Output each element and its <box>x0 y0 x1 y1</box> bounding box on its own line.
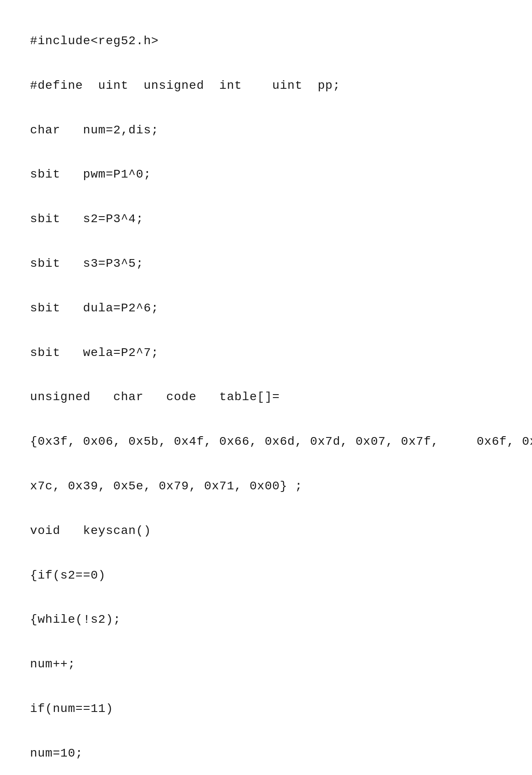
code-line: sbit s3=P3^5; <box>30 253 502 275</box>
code-line: sbit pwm=P1^0; <box>30 163 502 186</box>
code-line <box>30 720 502 742</box>
code-line: void keyscan() <box>30 520 502 542</box>
code-line: num++; <box>30 653 502 675</box>
code-line: {if(s2==0) <box>30 564 502 587</box>
code-container: #include<reg52.h> #define uint unsigned … <box>21 17 511 775</box>
code-line <box>30 675 502 698</box>
code-line <box>30 408 502 431</box>
code-line: char num=2,dis; <box>30 119 502 142</box>
code-line <box>30 275 502 297</box>
code-line: num=10; <box>30 742 502 765</box>
code-line: {0x3f, 0x06, 0x5b, 0x4f, 0x66, 0x6d, 0x7… <box>30 431 502 453</box>
code-line: #include<reg52.h> <box>30 30 502 52</box>
code-line: sbit s2=P3^4; <box>30 208 502 230</box>
code-line <box>30 230 502 253</box>
code-line: sbit dula=P2^6; <box>30 297 502 320</box>
code-line <box>30 97 502 119</box>
code-line: {while(!s2); <box>30 609 502 631</box>
code-line <box>30 52 502 75</box>
code-line: unsigned char code table[]= <box>30 386 502 408</box>
code-line: x7c, 0x39, 0x5e, 0x79, 0x71, 0x00} ; <box>30 475 502 498</box>
code-line <box>30 320 502 342</box>
code-line <box>30 765 502 775</box>
code-line: if(num==11) <box>30 698 502 720</box>
code-line <box>30 586 502 609</box>
code-line <box>30 364 502 386</box>
code-line <box>30 141 502 163</box>
code-line <box>30 542 502 564</box>
code-line: #define uint unsigned int uint pp; <box>30 75 502 97</box>
code-line <box>30 631 502 653</box>
code-line <box>30 453 502 475</box>
code-line <box>30 498 502 520</box>
code-line <box>30 186 502 208</box>
code-line: sbit wela=P2^7; <box>30 342 502 364</box>
